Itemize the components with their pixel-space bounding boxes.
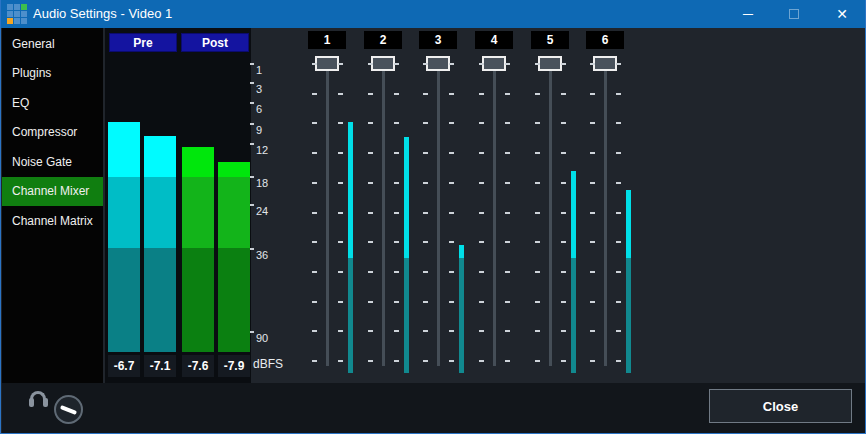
fader-tick xyxy=(561,182,566,184)
meter-mask xyxy=(626,57,631,190)
fader-tick xyxy=(312,93,317,95)
fader-tick xyxy=(535,330,540,332)
fader-track[interactable] xyxy=(493,57,496,366)
fader-tick xyxy=(590,271,595,273)
fader-tick xyxy=(368,330,373,332)
fader-tick xyxy=(479,360,484,362)
pre-meter-button[interactable]: Pre xyxy=(109,33,177,52)
fader-tick xyxy=(535,271,540,273)
fader-track[interactable] xyxy=(326,57,329,366)
fader-tick xyxy=(479,271,484,273)
fader-tick xyxy=(449,63,454,65)
sidebar-item-channel-mixer[interactable]: Channel Mixer xyxy=(2,177,103,207)
fader-tick xyxy=(394,330,399,332)
fader-tick xyxy=(535,152,540,154)
sidebar-item-compressor[interactable]: Compressor xyxy=(2,118,103,148)
fader-handle[interactable] xyxy=(315,56,339,71)
fader-handle[interactable] xyxy=(482,56,506,71)
fader-tick xyxy=(423,122,428,124)
fader-tick xyxy=(535,122,540,124)
fader-tick xyxy=(394,241,399,243)
tick-dash xyxy=(250,63,254,65)
fader-tick xyxy=(423,271,428,273)
fader-track[interactable] xyxy=(382,57,385,366)
tick-dash xyxy=(250,176,254,178)
fader-tick xyxy=(479,122,484,124)
post-meter-button[interactable]: Post xyxy=(181,33,249,52)
fader-tick xyxy=(590,122,595,124)
fader-tick xyxy=(368,122,373,124)
sidebar-item-channel-matrix[interactable]: Channel Matrix xyxy=(2,206,103,236)
fader-tick xyxy=(338,182,343,184)
sidebar-item-general[interactable]: General xyxy=(2,29,103,59)
fader-tick xyxy=(535,360,540,362)
headphones-pad xyxy=(43,398,48,407)
close-button[interactable]: Close xyxy=(709,389,852,423)
fader-tick xyxy=(423,63,428,65)
sidebar-item-eq[interactable]: EQ xyxy=(2,88,103,118)
fader-tick xyxy=(338,241,343,243)
fader-tick xyxy=(312,152,317,154)
titlebar: Audio Settings - Video 1 ─ ✕ xyxy=(1,0,866,28)
fader-tick xyxy=(449,182,454,184)
fader-track[interactable] xyxy=(549,57,552,366)
fader-tick xyxy=(616,63,621,65)
fader-tick xyxy=(338,63,343,65)
fader-tick xyxy=(338,152,343,154)
fader-tick xyxy=(561,271,566,273)
fader-tick xyxy=(312,63,317,65)
fader-tick xyxy=(479,241,484,243)
fader-tick xyxy=(394,152,399,154)
fader-tick xyxy=(368,212,373,214)
post-meter-left xyxy=(182,57,214,352)
fader-tick xyxy=(616,152,621,154)
app-logo-icon xyxy=(7,4,29,26)
fader-tick xyxy=(616,271,621,273)
fader-handle[interactable] xyxy=(371,56,395,71)
fader-tick xyxy=(616,241,621,243)
channel-number-label: 3 xyxy=(419,31,457,49)
close-window-button[interactable]: ✕ xyxy=(819,0,865,28)
fader-tick xyxy=(368,241,373,243)
maximize-button[interactable] xyxy=(771,0,817,28)
monitor-volume-knob[interactable] xyxy=(54,395,83,424)
channel-number-label: 4 xyxy=(475,31,513,49)
fader-tick xyxy=(423,330,428,332)
fader-tick xyxy=(561,301,566,303)
fader-tick xyxy=(312,271,317,273)
fader-handle[interactable] xyxy=(426,56,450,71)
fader-tick xyxy=(368,301,373,303)
fader-tick xyxy=(479,93,484,95)
fader-tick xyxy=(616,212,621,214)
tick-dash xyxy=(250,331,254,333)
fader-tick xyxy=(561,330,566,332)
db-scale: 1 3 6 9 12 18 24 36 90 dBFS xyxy=(250,28,296,383)
fader-tick xyxy=(535,93,540,95)
fader-tick xyxy=(505,271,510,273)
channel-strip-5: 5 xyxy=(522,28,578,383)
pre-meter-right xyxy=(144,57,176,352)
sidebar-item-noise-gate[interactable]: Noise Gate xyxy=(2,147,103,177)
headphones-icon[interactable] xyxy=(29,391,49,407)
fader-tick xyxy=(312,301,317,303)
fader-handle[interactable] xyxy=(538,56,562,71)
fader-tick xyxy=(505,182,510,184)
fader-tick xyxy=(616,360,621,362)
fader-tick xyxy=(479,330,484,332)
fader-tick xyxy=(479,63,484,65)
fader-tick xyxy=(479,152,484,154)
fader-tick xyxy=(368,360,373,362)
meter-mask xyxy=(182,57,214,147)
fader-tick xyxy=(535,182,540,184)
channel-meter xyxy=(571,57,576,373)
fader-track[interactable] xyxy=(437,57,440,366)
minimize-button[interactable]: ─ xyxy=(725,0,771,28)
fader-tick xyxy=(449,212,454,214)
knob-pointer xyxy=(60,405,77,415)
fader-track[interactable] xyxy=(604,57,607,366)
fader-tick xyxy=(616,182,621,184)
fader-handle[interactable] xyxy=(593,56,617,71)
sidebar-item-plugins[interactable]: Plugins xyxy=(2,59,103,89)
tick-dash xyxy=(250,123,254,125)
minimize-icon: ─ xyxy=(743,6,753,22)
